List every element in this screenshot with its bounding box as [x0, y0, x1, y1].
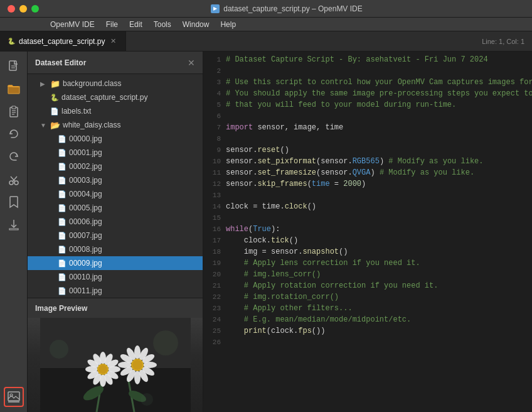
- menu-help[interactable]: Help: [220, 20, 236, 29]
- folder-arrow: ▼: [40, 122, 48, 129]
- code-line-12: 12 sensor.skip_frames(time = 2000): [203, 178, 532, 190]
- menubar: OpenMV IDE File Edit Tools Window Help: [0, 18, 532, 31]
- file-icon: 📄: [58, 149, 66, 157]
- code-content[interactable]: 1 # Dataset Capture Script - By: asehatv…: [203, 52, 532, 412]
- file-00000-jpg[interactable]: ▶ 📄 00000.jpg: [28, 132, 203, 146]
- file-label: dataset_capture_script.py: [61, 93, 147, 102]
- file-label: 00009.jpg: [69, 259, 102, 268]
- file-00001-jpg[interactable]: ▶ 📄 00001.jpg: [28, 146, 203, 160]
- folder-background-class[interactable]: ▶ 📁 background.class: [28, 77, 203, 90]
- titlebar: ▶ dataset_capture_script.py – OpenMV IDE: [0, 0, 532, 18]
- file-label: 00002.jpg: [69, 162, 102, 171]
- code-line-8: 8: [203, 133, 532, 144]
- close-button[interactable]: [8, 5, 15, 13]
- bookmark-button[interactable]: [4, 192, 24, 212]
- file-label: 00008.jpg: [69, 245, 102, 254]
- cut-button[interactable]: [4, 170, 24, 190]
- code-line-4: 4 # You should apply the same image pre-…: [203, 88, 532, 99]
- traffic-lights: [8, 5, 39, 13]
- file-labels-txt[interactable]: ▶ 📄 labels.txt: [28, 104, 203, 118]
- download-button[interactable]: [4, 215, 24, 235]
- sidebar: Dataset Editor ✕ ▶ 📁 background.class ▶ …: [28, 52, 203, 412]
- code-line-1: 1 # Dataset Capture Script - By: asehatv…: [203, 54, 532, 65]
- code-line-19: 19 # Apply lens correction if you need i…: [203, 258, 532, 269]
- menu-openmvide[interactable]: OpenMV IDE: [50, 20, 95, 29]
- file-00002-jpg[interactable]: ▶ 📄 00002.jpg: [28, 160, 203, 173]
- file-label: 00000.jpg: [69, 134, 102, 143]
- folder-arrow: ▶: [40, 80, 48, 87]
- code-line-15: 15: [203, 212, 532, 224]
- code-line-22: 22 # img.rotation_corr(): [203, 291, 532, 303]
- tab-dataset-capture-script[interactable]: 🐍 dataset_capture_script.py ✕: [0, 31, 126, 51]
- file-00003-jpg[interactable]: ▶ 📄 00003.jpg: [28, 173, 203, 187]
- file-icon: 📄: [58, 176, 66, 185]
- folder-label: background.class: [63, 79, 121, 88]
- image-preview-button[interactable]: [4, 387, 24, 407]
- menu-tools[interactable]: Tools: [154, 20, 171, 29]
- app-icon: ▶: [211, 4, 220, 13]
- new-file-button[interactable]: [4, 57, 24, 77]
- file-icon: 📄: [58, 204, 66, 212]
- code-line-9: 9 sensor.reset(): [203, 144, 532, 156]
- file-icon: 📄: [58, 163, 66, 171]
- code-line-5: 5 # that you will feed to your model dur…: [203, 99, 532, 111]
- file-label: 00007.jpg: [69, 231, 102, 240]
- file-icon: 🐍: [50, 94, 59, 102]
- redo-button[interactable]: [4, 147, 24, 167]
- sidebar-header: Dataset Editor ✕: [28, 52, 203, 74]
- sidebar-close-button[interactable]: ✕: [188, 58, 195, 68]
- undo-button[interactable]: [4, 124, 24, 144]
- file-icon: 📄: [58, 232, 66, 240]
- code-line-25: 25 print(clock.fps()): [203, 325, 532, 337]
- svg-rect-13: [8, 392, 19, 401]
- file-00009-jpg[interactable]: ▶ 📄 00009.jpg: [28, 256, 203, 270]
- svg-point-51: [50, 340, 68, 359]
- folder-icon: 📁: [50, 79, 60, 89]
- svg-point-53: [141, 393, 153, 406]
- svg-point-50: [132, 360, 142, 370]
- file-icon: 📄: [58, 273, 66, 281]
- open-folder-button[interactable]: [4, 79, 24, 99]
- file-label: 00001.jpg: [69, 148, 102, 157]
- clipboard-button[interactable]: [4, 102, 24, 122]
- file-label: labels.txt: [61, 107, 91, 116]
- sidebar-tree: ▶ 📁 background.class ▶ 🐍 dataset_capture…: [28, 74, 203, 298]
- file-icon: 📄: [50, 107, 59, 116]
- image-preview-content: [28, 318, 203, 412]
- file-icon: 📄: [58, 135, 66, 143]
- folder-white-daisy-class[interactable]: ▼ 📂 white_daisy.class: [28, 118, 203, 132]
- file-00008-jpg[interactable]: ▶ 📄 00008.jpg: [28, 242, 203, 256]
- menu-window[interactable]: Window: [183, 20, 210, 29]
- file-00011-jpg[interactable]: ▶ 📄 00011.jpg: [28, 284, 203, 298]
- code-line-6: 6: [203, 111, 532, 122]
- menu-edit[interactable]: Edit: [129, 20, 142, 29]
- code-line-23: 23 # Apply other filters...: [203, 303, 532, 314]
- code-line-21: 21 # Apply rotation correction if you ne…: [203, 280, 532, 291]
- file-00007-jpg[interactable]: ▶ 📄 00007.jpg: [28, 229, 203, 242]
- file-dataset-capture-script[interactable]: ▶ 🐍 dataset_capture_script.py: [28, 90, 203, 104]
- file-label: 00011.jpg: [69, 286, 102, 295]
- file-00010-jpg[interactable]: ▶ 📄 00010.jpg: [28, 270, 203, 284]
- code-editor[interactable]: 1 # Dataset Capture Script - By: asehatv…: [203, 52, 532, 412]
- maximize-button[interactable]: [31, 5, 39, 13]
- code-line-7: 7 import sensor, image, time: [203, 122, 532, 133]
- minimize-button[interactable]: [19, 5, 27, 13]
- svg-point-36: [98, 365, 107, 374]
- file-label: 00006.jpg: [69, 217, 102, 226]
- code-line-3: 3 # Use this script to control how your …: [203, 77, 532, 88]
- file-icon: 📄: [58, 218, 66, 226]
- preview-image: [28, 318, 203, 412]
- cursor-position: Line: 1, Col: 1: [474, 31, 532, 51]
- file-00005-jpg[interactable]: ▶ 📄 00005.jpg: [28, 201, 203, 215]
- tab-close-button[interactable]: ✕: [109, 36, 118, 46]
- file-00004-jpg[interactable]: ▶ 📄 00004.jpg: [28, 187, 203, 201]
- file-label: 00003.jpg: [69, 176, 102, 185]
- file-label: 00010.jpg: [69, 273, 102, 281]
- code-line-2: 2: [203, 65, 532, 77]
- file-00006-jpg[interactable]: ▶ 📄 00006.jpg: [28, 215, 203, 229]
- menu-file[interactable]: File: [106, 20, 118, 29]
- code-line-24: 24 # E.g. mean/median/mode/midpoint/etc.: [203, 314, 532, 325]
- code-line-16: 16 while(True):: [203, 224, 532, 235]
- left-toolbar: [0, 52, 28, 412]
- sidebar-title: Dataset Editor: [35, 58, 86, 67]
